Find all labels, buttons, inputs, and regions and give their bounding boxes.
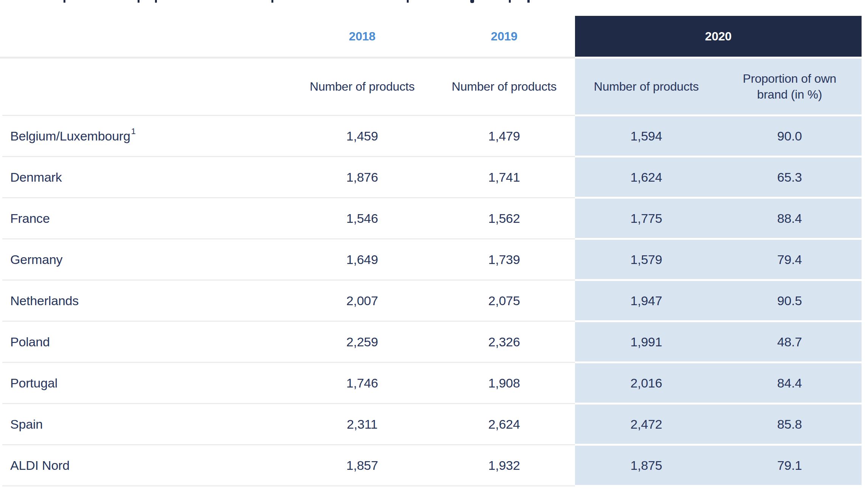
table-row-france: France 1,546 1,562 1,775 88.4 (0, 199, 868, 240)
value-2018-cell: 1,649 (291, 240, 433, 279)
row-separator (2, 156, 575, 157)
clipped-heading-fragment (138, 0, 140, 3)
country-cell: Netherlands (10, 281, 290, 320)
column-header-own-brand-share: Proportion of own brand (in %) (718, 59, 862, 114)
own-brand-share-cell: 90.0 (718, 116, 862, 156)
year-header-2019: 2019 (433, 16, 575, 57)
column-header-own-brand-share-label: Proportion of own brand (in %) (731, 71, 848, 102)
country-label: Spain (10, 417, 43, 432)
country-cell: France (10, 199, 290, 238)
country-label: Netherlands (10, 293, 79, 308)
value-2019-cell: 1,908 (433, 363, 575, 403)
row-separator (2, 279, 575, 281)
value-2020-cell: 1,594 (575, 116, 718, 156)
clipped-heading-fragment (271, 0, 273, 3)
value-2019-cell: 2,326 (433, 322, 575, 361)
own-brand-share-cell: 84.4 (718, 363, 862, 403)
country-cell: Belgium/Luxembourg1 (10, 116, 290, 156)
row-separator (2, 485, 575, 486)
value-2019-cell: 1,479 (433, 116, 575, 156)
country-cell: Spain (10, 404, 290, 444)
year-header-2018: 2018 (291, 16, 433, 57)
row-separator (2, 403, 575, 404)
value-2018-cell: 1,459 (291, 116, 433, 156)
year-header-2020-highlight: 2020 (575, 16, 862, 57)
clipped-heading-fragment (509, 0, 511, 3)
country-cell: ALDI Nord (10, 446, 290, 485)
value-2019-cell: 2,624 (433, 404, 575, 444)
country-cell: Denmark (10, 157, 290, 197)
subheader-separator (2, 115, 575, 116)
value-2020-cell: 1,947 (575, 281, 718, 320)
table-row-germany: Germany 1,649 1,739 1,579 79.4 (0, 240, 868, 281)
value-2020-cell: 1,991 (575, 322, 718, 361)
country-label: Germany (10, 252, 62, 267)
country-label: ALDI Nord (10, 458, 70, 473)
value-2018-cell: 1,857 (291, 446, 433, 485)
table-row-spain: Spain 2,311 2,624 2,472 85.8 (0, 404, 868, 446)
value-2019-cell: 1,741 (433, 157, 575, 197)
value-2020-cell: 1,579 (575, 240, 718, 279)
value-2018-cell: 1,746 (291, 363, 433, 403)
value-2018-cell: 2,007 (291, 281, 433, 320)
products-by-country-table: 2018 2019 2020 Number of products Number… (0, 0, 868, 494)
own-brand-share-cell: 88.4 (718, 199, 862, 238)
table-row-denmark: Denmark 1,876 1,741 1,624 65.3 (0, 157, 868, 199)
value-2018-cell: 2,311 (291, 404, 433, 444)
value-2020-cell: 2,472 (575, 404, 718, 444)
value-2020-cell: 1,775 (575, 199, 718, 238)
own-brand-share-cell: 90.5 (718, 281, 862, 320)
own-brand-share-cell: 48.7 (718, 322, 862, 361)
table-row-poland: Poland 2,259 2,326 1,991 48.7 (0, 322, 868, 363)
clipped-heading-fragment (64, 0, 65, 3)
value-2019-cell: 2,075 (433, 281, 575, 320)
own-brand-share-cell: 79.1 (718, 446, 862, 485)
clipped-heading-fragment (407, 0, 409, 3)
own-brand-share-cell: 65.3 (718, 157, 862, 197)
country-label: Poland (10, 335, 50, 349)
own-brand-share-cell: 85.8 (718, 404, 862, 444)
footnote-marker: 1 (131, 127, 136, 136)
value-2018-cell: 1,546 (291, 199, 433, 238)
value-2019-cell: 1,562 (433, 199, 575, 238)
table-row-netherlands: Netherlands 2,007 2,075 1,947 90.5 (0, 281, 868, 322)
row-separator (2, 197, 575, 198)
country-label: France (10, 211, 50, 226)
country-cell: Germany (10, 240, 290, 279)
table-row-aldi-nord: ALDI Nord 1,857 1,932 1,875 79.1 (0, 446, 868, 487)
clipped-heading-fragment (155, 0, 157, 3)
country-label: Denmark (10, 170, 62, 185)
column-header-products-2018: Number of products (291, 59, 433, 114)
clipped-heading-fragment (527, 0, 530, 3)
own-brand-share-cell: 79.4 (718, 240, 862, 279)
value-2020-cell: 1,624 (575, 157, 718, 197)
value-2019-cell: 1,932 (433, 446, 575, 485)
value-2019-cell: 1,739 (433, 240, 575, 279)
value-2020-cell: 1,875 (575, 446, 718, 485)
value-2020-cell: 2,016 (575, 363, 718, 403)
value-2018-cell: 1,876 (291, 157, 433, 197)
table-row-portugal: Portugal 1,746 1,908 2,016 84.4 (0, 363, 868, 404)
country-cell: Poland (10, 322, 290, 361)
country-cell: Portugal (10, 363, 290, 403)
column-header-products-2020: Number of products (575, 59, 718, 114)
row-separator (2, 362, 575, 363)
column-header-products-2019: Number of products (433, 59, 575, 114)
row-separator (2, 444, 575, 445)
row-separator (2, 238, 575, 239)
country-label: Portugal (10, 376, 57, 391)
country-label: Belgium/Luxembourg (10, 129, 130, 144)
table-row-belgium-luxembourg: Belgium/Luxembourg1 1,459 1,479 1,594 90… (0, 116, 868, 157)
clipped-heading-fragment (470, 0, 474, 3)
value-2018-cell: 2,259 (291, 322, 433, 361)
row-separator (2, 321, 575, 322)
